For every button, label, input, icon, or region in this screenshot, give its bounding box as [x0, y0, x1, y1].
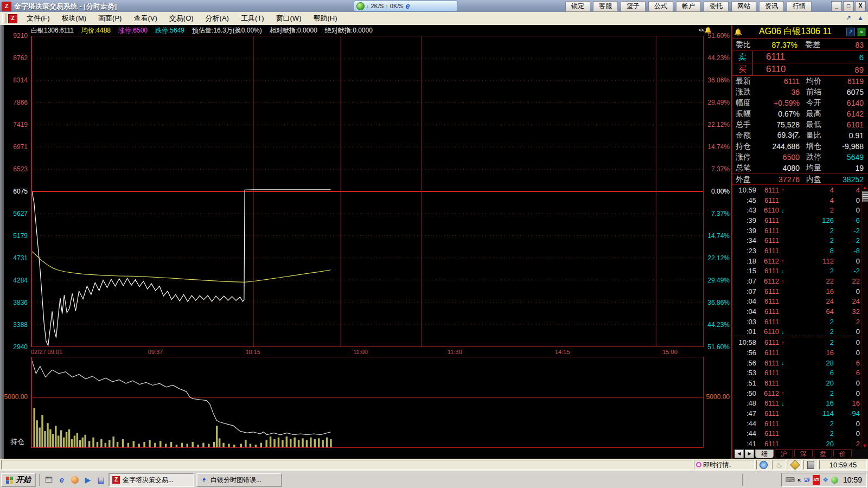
quote-label: 总笔: [732, 163, 760, 173]
quote-row-持仓: 持仓244,686增仓-9,968: [732, 141, 868, 152]
menu-item-交易[interactable]: 交易(O): [163, 12, 200, 24]
close-button[interactable]: X: [855, 1, 866, 11]
weibi-row: 委比 87.37% 委差 83: [732, 39, 868, 51]
menu-item-查看[interactable]: 查看(V): [127, 12, 163, 24]
funds-box[interactable]: [788, 460, 802, 470]
quote-label: 总手: [732, 120, 760, 130]
connection-status-icon: [356, 2, 365, 10]
quote-label: 振幅: [732, 109, 760, 119]
device-box[interactable]: [803, 460, 818, 470]
tick-scrollbar[interactable]: ▲ ▼: [861, 184, 868, 449]
tick-price: 6111: [756, 196, 779, 204]
keyboard-icon[interactable]: ⌨: [785, 476, 794, 484]
tick-time: 10:58: [732, 338, 756, 346]
network-status-box[interactable]: [756, 460, 770, 470]
scroll-thumb[interactable]: [862, 191, 868, 202]
menu-item-板块[interactable]: 板块(M): [56, 12, 93, 24]
tick-row: :44611120: [732, 429, 862, 439]
panel-tab-价[interactable]: 价: [833, 450, 852, 458]
menu-item-画面[interactable]: 画面(P): [92, 12, 127, 24]
tick-volume: 126: [787, 216, 834, 224]
tray-clock: 10:59: [843, 476, 862, 484]
tray-chevron-icon[interactable]: «: [797, 476, 801, 484]
tab-scroll-left-icon[interactable]: ◀: [735, 450, 744, 458]
panel-tab-细[interactable]: 细: [755, 450, 774, 458]
panel-tab-沪[interactable]: 沪: [775, 450, 793, 458]
quote-label: 跌停: [800, 152, 830, 162]
price-tick-6523: 6523: [4, 166, 28, 172]
panel-toggle-icon[interactable]: ▲: [856, 14, 865, 22]
restore-button[interactable]: □: [843, 1, 854, 11]
ati-icon[interactable]: ATI: [813, 475, 820, 485]
expand-icon[interactable]: «: [857, 28, 866, 36]
tick-price: 6111: [756, 267, 779, 275]
tick-volume: 8: [787, 247, 834, 255]
tick-delta: 0: [834, 287, 862, 296]
subchart-scale-right: 5000.00: [705, 393, 730, 401]
toolbar-button-行情[interactable]: 行情: [787, 1, 812, 12]
intraday-price-chart[interactable]: [31, 36, 704, 347]
panel-tab-深[interactable]: 深: [794, 450, 813, 458]
antivirus-icon[interactable]: [831, 477, 838, 484]
scroll-down-icon[interactable]: ▼: [861, 442, 868, 449]
up-arrow-icon: ↑: [779, 258, 787, 264]
tick-delta: 0: [834, 196, 862, 204]
tick-delta: -2: [834, 267, 862, 275]
tab-scroll-right-icon[interactable]: ▶: [745, 450, 754, 458]
toolbar-button-篮子[interactable]: 篮子: [621, 1, 646, 12]
start-button[interactable]: 开始: [1, 473, 36, 487]
price-tick-5179: 5179: [4, 233, 28, 239]
tick-delta: 0: [834, 389, 862, 397]
price-tick-3836: 3836: [4, 299, 28, 306]
minimize-button[interactable]: _: [831, 1, 842, 11]
upload-arrow-icon: ↑: [385, 3, 388, 9]
taskbar-task-pyramid[interactable]: Z 金字塔决策交易...: [108, 473, 194, 487]
price-tick-8314: 8314: [4, 77, 28, 84]
collapse-axis-button[interactable]: <<: [698, 27, 704, 33]
alert-box[interactable]: ♨: [772, 460, 786, 470]
show-desktop-icon[interactable]: 🗔: [43, 474, 54, 485]
toolbar-button-资讯[interactable]: 资讯: [759, 1, 784, 12]
toolbar-button-客服[interactable]: 客服: [593, 1, 618, 12]
menu-item-工具[interactable]: 工具(T): [235, 12, 270, 24]
flag-icon[interactable]: ↗: [846, 28, 855, 36]
book-icon[interactable]: ▤: [95, 474, 106, 485]
menu-item-窗口[interactable]: 窗口(W): [270, 12, 308, 24]
menu-item-文件[interactable]: 文件(F): [21, 12, 56, 24]
tick-row: :016110↓20: [732, 327, 862, 337]
up-arrow-icon: ↑: [779, 390, 787, 396]
media-player-icon[interactable]: [69, 474, 80, 485]
tick-volume: 4: [787, 186, 834, 194]
toolbar-button-委托[interactable]: 委托: [704, 1, 729, 12]
toolbar-button-帐户[interactable]: 帐户: [676, 1, 701, 12]
tick-volume: 16: [787, 349, 834, 357]
tick-volume: 20: [787, 379, 834, 387]
bid-row[interactable]: 买 6110 89: [732, 63, 868, 76]
toolbar-button-公式[interactable]: 公式: [648, 1, 673, 12]
tick-price: 6111: [756, 186, 779, 194]
toolbar-button-网站[interactable]: 网站: [731, 1, 756, 12]
menu-grip: [2, 14, 7, 23]
panel-tab-盘[interactable]: 盘: [814, 450, 832, 458]
tick-delta: 32: [834, 307, 862, 316]
ask-row[interactable]: 卖 6111 6: [732, 51, 868, 63]
toolbar-button-锁定[interactable]: 锁定: [565, 1, 590, 12]
menu-item-分析[interactable]: 分析(A): [200, 12, 235, 24]
tick-time: :50: [732, 389, 756, 397]
quote-value: 37276: [760, 175, 800, 184]
send-icon[interactable]: ↗: [844, 14, 853, 22]
taskbar-task-browser[interactable]: e 白银分时图错误...: [196, 473, 282, 487]
network-computer-icon[interactable]: 🖳: [803, 476, 810, 484]
quote-value: 0.91: [830, 131, 868, 140]
menu-item-帮助[interactable]: 帮助(H): [307, 12, 343, 24]
quote-label: 幅度: [732, 98, 760, 108]
scroll-up-icon[interactable]: ▲: [861, 184, 868, 191]
browser-icon[interactable]: e: [406, 2, 410, 10]
tick-time: :39: [732, 216, 756, 224]
ie-icon[interactable]: e: [56, 474, 67, 485]
player-icon[interactable]: ▶: [82, 474, 93, 485]
percent-tick-8: 7.37%: [705, 210, 730, 217]
tick-delta: 2: [834, 440, 862, 448]
messenger-icon[interactable]: ❖: [822, 476, 828, 484]
volume-holdings-chart[interactable]: [31, 357, 704, 448]
